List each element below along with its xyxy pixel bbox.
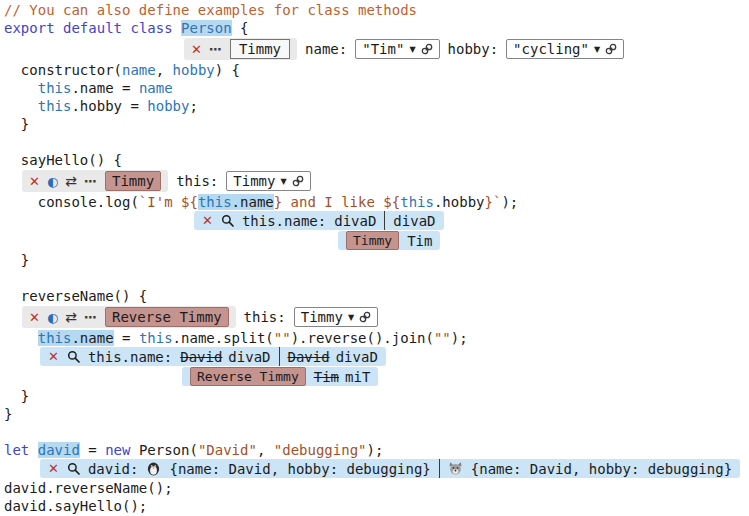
code-token: Person( — [139, 442, 198, 458]
template-delim-token: } — [485, 194, 493, 210]
string-token: "debugging" — [274, 442, 367, 458]
chevron-down-icon: ▼ — [280, 177, 286, 186]
code-token: ).reverse().join( — [291, 330, 434, 346]
reversename-example-widget: ✕ ◐ ⇄ ⋯ Reverse Timmy this: Timmy ▼ — [22, 306, 749, 328]
blank-line[interactable] — [4, 269, 749, 287]
link-icon[interactable] — [421, 43, 433, 55]
probe-expression: this.name: — [88, 349, 172, 365]
code-token: ); — [367, 442, 384, 458]
code-line[interactable]: let david = new Person("David", "debuggi… — [4, 441, 749, 459]
blank-line[interactable] — [4, 133, 749, 151]
example-badge[interactable]: Timmy — [105, 171, 161, 191]
property-token: .name — [232, 194, 274, 210]
code-token: sayHello() { — [4, 152, 122, 168]
code-line[interactable]: reverseName() { — [4, 287, 749, 305]
probe-value: Tim — [407, 233, 432, 249]
code-line[interactable]: } — [4, 405, 749, 423]
example-badge: Timmy — [346, 231, 399, 250]
dropdown-value: Timmy — [301, 309, 343, 325]
close-icon[interactable]: ✕ — [191, 43, 202, 56]
more-options-icon[interactable]: ⋯ — [84, 175, 98, 188]
comment-text: // You can also define examples for clas… — [4, 2, 417, 18]
value-pair: DaviddivaD — [288, 349, 378, 365]
code-line[interactable]: constructor(name, hobby) { — [4, 61, 749, 79]
code-line[interactable]: export default class Person { — [4, 19, 749, 37]
this-label: this: — [244, 309, 286, 325]
code-line[interactable]: this.hobby = hobby; — [4, 97, 749, 115]
code-line[interactable]: this.name = this.name.split("").reverse(… — [4, 329, 749, 347]
code-line[interactable]: console.log(`I'm ${this.name} and I like… — [4, 193, 749, 211]
swap-icon[interactable]: ⇄ — [65, 174, 77, 188]
keyword-token: export — [4, 20, 63, 36]
probe-expression: david: — [88, 461, 139, 477]
close-icon[interactable]: ✕ — [29, 311, 40, 324]
wolf-icon — [448, 461, 463, 476]
toggle-example-icon[interactable]: ◐ — [47, 175, 58, 188]
close-icon[interactable]: ✕ — [29, 175, 40, 188]
code-line[interactable]: } — [4, 115, 749, 133]
example-badge[interactable]: Reverse Timmy — [105, 307, 229, 327]
blank-line[interactable] — [4, 423, 749, 441]
code-token: } — [4, 116, 29, 132]
code-token: = — [80, 442, 105, 458]
code-line[interactable]: this.name = name — [4, 79, 749, 97]
example-name-input[interactable]: Timmy — [230, 39, 290, 59]
code-line[interactable]: } — [4, 387, 749, 405]
probe-sayhello-values: ✕ this.name: divaD divaD — [194, 211, 444, 230]
probe-value: divaD — [334, 213, 376, 229]
more-options-icon[interactable]: ⋯ — [209, 43, 223, 56]
sayhello-example-widget: ✕ ◐ ⇄ ⋯ Timmy this: Timmy ▼ — [22, 170, 749, 192]
probe-value: miT — [345, 369, 370, 385]
probe-reversename-example-value: Reverse Timmy TimmiT — [182, 367, 378, 386]
close-icon[interactable]: ✕ — [202, 214, 213, 227]
probe-value: {name: David, hobby: debugging} — [169, 461, 430, 477]
string-token: and I like — [282, 194, 383, 210]
dropdown-value: "Tim" — [362, 41, 404, 57]
code-editor[interactable]: // You can also define examples for clas… — [0, 0, 749, 516]
swap-icon[interactable]: ⇄ — [65, 310, 77, 324]
code-token: reverseName() { — [4, 288, 147, 304]
toggle-example-icon[interactable]: ◐ — [47, 311, 58, 324]
property-token: .hobby — [434, 194, 485, 210]
probe-old-value: Tim — [314, 369, 339, 385]
probe-value: divaD — [228, 349, 270, 365]
code-token: .hobby = — [71, 98, 147, 114]
code-token: , — [257, 442, 274, 458]
this-label: this: — [176, 173, 218, 189]
param-name-dropdown[interactable]: "Tim" ▼ — [355, 39, 439, 59]
close-icon[interactable]: ✕ — [48, 350, 59, 363]
this-token: this — [38, 330, 72, 346]
code-line[interactable]: // You can also define examples for clas… — [4, 1, 749, 19]
dropdown-value: "cycling" — [513, 41, 589, 57]
more-options-icon[interactable]: ⋯ — [84, 311, 98, 324]
magnifier-icon — [221, 214, 234, 227]
param-hobby-dropdown[interactable]: "cycling" ▼ — [506, 39, 624, 59]
code-token — [4, 330, 38, 346]
occurrence-highlight: this.name — [38, 330, 114, 346]
link-icon[interactable] — [605, 43, 617, 55]
keyword-token: new — [105, 442, 139, 458]
code-token: david.reverseName(); — [4, 480, 173, 496]
code-line[interactable]: david.sayHello(); — [4, 497, 749, 515]
this-dropdown[interactable]: Timmy ▼ — [226, 171, 310, 191]
code-line[interactable]: } — [4, 251, 749, 269]
code-token: } — [4, 406, 12, 422]
code-line[interactable]: david.reverseName(); — [4, 479, 749, 497]
param-name-label: name: — [305, 41, 347, 57]
this-dropdown[interactable]: Timmy ▼ — [294, 307, 378, 327]
probe-row: Reverse Timmy TimmiT — [182, 367, 749, 386]
variable-token: david — [38, 442, 80, 458]
code-token: ); — [451, 330, 468, 346]
link-icon[interactable] — [359, 311, 371, 323]
close-icon[interactable]: ✕ — [48, 462, 59, 475]
string-token: "David" — [198, 442, 257, 458]
parameter-token: hobby — [173, 62, 215, 78]
code-token — [4, 80, 38, 96]
this-token: this — [38, 98, 72, 114]
code-token: david.sayHello(); — [4, 498, 147, 514]
code-line[interactable]: sayHello() { — [4, 151, 749, 169]
link-icon[interactable] — [292, 175, 304, 187]
template-delim-token: ${ — [383, 194, 400, 210]
column-divider — [384, 211, 385, 230]
string-token: "" — [274, 330, 291, 346]
